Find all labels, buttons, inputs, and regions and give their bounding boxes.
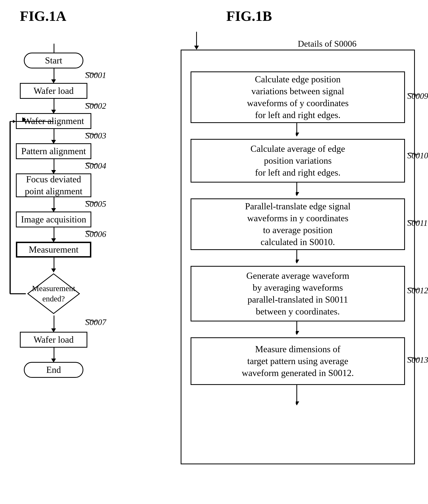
s0012-box: Generate average waveform by averaging w… [190,266,405,321]
s0013-box: Measure dimensions of target pattern usi… [190,337,405,385]
measurement-ended-diamond: Measurement ended? [26,272,81,316]
details-label: Details of S0006 [298,39,428,49]
arrow-4 [54,159,54,171]
arrowhead-1 [51,79,56,83]
loop-arrow-v [10,121,11,294]
fig1a-title: FIG.1A [20,8,66,24]
measurement-ended-text: Measurement ended? [26,272,81,316]
loop-arrow-h1 [10,293,26,294]
fig1b-title: FIG.1B [226,8,272,24]
step-s0006: S0006 [85,229,106,239]
arrow-5 [54,197,54,209]
s0009-box: Calculate edge position variations betwe… [190,72,405,123]
focus-deviated-box: Focus deviated point alignment [16,173,91,197]
step-label-s0010: S0010 [407,151,428,160]
s0010-box: Calculate average of edge position varia… [190,139,405,183]
step-s0001: S0001 [85,70,106,80]
start-box: Start [24,53,83,68]
loop-arrow-h2 [10,121,54,122]
arrow-2 [54,99,54,111]
arrow-1 [54,68,54,80]
step-s0003: S0003 [85,131,106,140]
wafer-load-2-box: Wafer load [20,332,87,348]
loop-arrowhead [22,117,26,122]
step-s0007: S0007 [85,317,106,327]
step-s0004: S0004 [85,161,106,171]
end-box: End [24,362,83,378]
image-acquisition-box: Image acquisition [16,211,91,228]
arrow-9 [54,348,54,359]
step-label-s0011: S0011 [407,218,428,228]
arrow-8 [54,316,54,329]
step-s0002: S0002 [85,101,106,111]
arrow-6 [54,228,54,239]
pattern-alignment-box: Pattern alignment [16,143,91,159]
arrow-3 [54,129,54,141]
wafer-load-1-box: Wafer load [20,83,87,99]
step-s0005: S0005 [85,199,106,209]
top-arrow-b-svg [179,32,298,52]
step-label-s0013: S0013 [407,355,428,365]
step-label-s0012: S0012 [407,286,428,295]
svg-marker-6 [194,46,199,50]
s0011-box: Parallel-translate edge signal waveforms… [190,198,405,250]
page-content: FIG.1A FIG.1B Start S0001 Wafer load S00… [0,0,428,504]
step-label-s0009: S0009 [407,91,428,101]
measurement-box: Measurement [16,242,91,258]
arrow-7 [54,258,54,269]
